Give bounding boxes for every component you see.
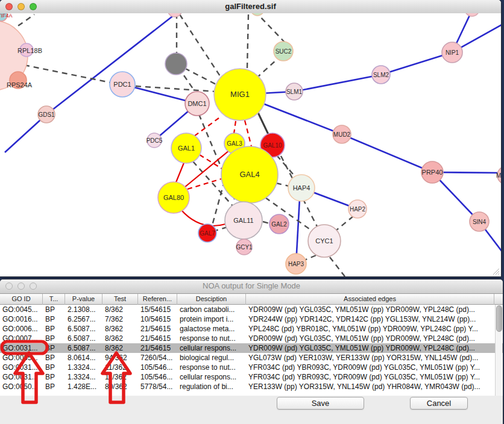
column-header-referen[interactable]: Referen... xyxy=(138,294,177,305)
table-cell: GO:0007... xyxy=(0,334,43,343)
table-row[interactable]: GO:0031...BP1.3324...11/362105/546...cel… xyxy=(0,372,503,382)
node-label-GAL3: GAL3 xyxy=(227,140,242,147)
edge-red[interactable] xyxy=(175,161,184,184)
edge-dash[interactable] xyxy=(276,183,289,186)
column-header-go-id[interactable]: GO ID xyxy=(0,294,43,305)
edge-blue[interactable] xyxy=(381,52,452,75)
column-header-test[interactable]: Test xyxy=(102,294,138,305)
table-cell: BP xyxy=(43,334,65,343)
node-label-GCY1: GCY1 xyxy=(236,244,253,251)
table-row[interactable]: GO:0031...BP1.3324...11/362105/546...res… xyxy=(0,363,503,372)
edge-reddash[interactable] xyxy=(234,121,236,134)
edge-dash[interactable] xyxy=(215,227,227,231)
table-cell: YFR034C (pd) YBR093C, YDR009W (pd) YGL03… xyxy=(246,372,494,382)
edge-dash[interactable] xyxy=(263,222,269,223)
table-cell: 6.5087... xyxy=(65,324,102,334)
table-cell: regulation of bi... xyxy=(177,382,246,391)
table-row[interactable]: GO:0007...BP6.5087...8/36221/54615respon… xyxy=(0,334,503,343)
vertical-scrollbar[interactable] xyxy=(495,305,502,396)
column-header-t[interactable]: T... xyxy=(43,294,65,305)
scrollbar-thumb[interactable] xyxy=(496,305,502,332)
edge-blue[interactable] xyxy=(342,134,432,172)
table-cell: 105/546... xyxy=(138,372,177,382)
node-topgreen[interactable] xyxy=(251,13,264,16)
table-cell: BP xyxy=(43,382,65,391)
edge-red[interactable] xyxy=(181,210,225,226)
table-cell: YDR244W (pp) YDR142C, YDR142C (pp) YGL15… xyxy=(246,314,494,324)
node-toppink[interactable] xyxy=(168,13,182,17)
table-cell: protein import i... xyxy=(177,314,246,324)
table-cell: BP xyxy=(43,314,65,324)
column-header-desciption[interactable]: Desciption xyxy=(177,294,246,305)
table-cell: BP xyxy=(43,305,65,314)
table-cell: 1.3324... xyxy=(65,363,102,372)
table-cell: cellular respons... xyxy=(177,343,246,353)
results-table-header: GO IDT...P-valueTestReferen...Desciption… xyxy=(0,294,503,305)
table-row[interactable]: GO:0006...BP6.5087...8/36221/54615galact… xyxy=(0,324,503,334)
table-cell: 11/362 xyxy=(102,372,138,382)
edge-dash[interactable] xyxy=(247,14,248,68)
table-cell: 105/546... xyxy=(138,363,177,372)
node-label-GDS1: GDS1 xyxy=(38,111,55,118)
edge-dark[interactable] xyxy=(257,111,269,137)
table-cell: 21/54615 xyxy=(138,324,177,334)
table-row[interactable]: GO:0016...BP6.2567...7/36210/54615protei… xyxy=(0,314,503,324)
table-cell: 94/362 xyxy=(102,353,138,363)
table-cell: GO:0016... xyxy=(0,314,43,324)
node-toprightpink[interactable] xyxy=(465,13,479,16)
node-label-PDC5: PDC5 xyxy=(146,137,163,144)
table-cell: 15/54615 xyxy=(138,305,177,314)
node-label-tif: TIF4A xyxy=(0,13,13,19)
table-cell: YDR009W (pd) YGL035C, YML051W (pp) YDR00… xyxy=(246,343,494,353)
table-cell: GO:0031... xyxy=(0,343,43,353)
table-cell: 1.428E... xyxy=(65,382,102,391)
edge-dash[interactable] xyxy=(304,255,316,260)
table-cell: GO:0045... xyxy=(0,305,43,314)
table-cell: 2.1308... xyxy=(65,305,102,314)
node-label-NIP1: NIP1 xyxy=(446,49,459,56)
table-cell: 8/362 xyxy=(102,343,138,353)
edge-dash[interactable] xyxy=(256,60,277,78)
graph-window-title: galFiltered.sif xyxy=(0,2,501,11)
table-cell: BP xyxy=(43,324,65,334)
table-cell: 6.5087... xyxy=(65,343,102,353)
edge-reddash[interactable] xyxy=(245,120,251,146)
table-cell: 6.2567... xyxy=(65,314,102,324)
table-row[interactable]: GO:0045...BP2.1308...8/36215/54615carbon… xyxy=(0,305,503,314)
table-cell: 21/54615 xyxy=(138,334,177,343)
noa-window-title: NOA output for Single Mode xyxy=(0,281,503,290)
table-cell: 6.5087... xyxy=(65,334,102,343)
resize-grip-icon[interactable] xyxy=(491,267,500,275)
column-header-associated-edges[interactable]: Associated edges xyxy=(246,294,494,305)
edge-dash[interactable] xyxy=(330,257,345,276)
table-cell: response to nut... xyxy=(177,334,246,343)
node-label-PRP40: PRP40 xyxy=(422,169,443,176)
node-graynode[interactable] xyxy=(165,53,187,75)
table-cell: GO:0006... xyxy=(0,324,43,334)
node-label-SIN4: SIN4 xyxy=(473,219,487,225)
table-row[interactable]: GO:0031...BP6.5087...8/36221/54615cellul… xyxy=(0,343,503,353)
node-label-GAL11: GAL11 xyxy=(233,217,253,224)
column-header-p-value[interactable]: P-value xyxy=(65,294,102,305)
table-cell: response to nut... xyxy=(177,363,246,372)
noa-window-titlebar[interactable]: NOA output for Single Mode xyxy=(0,279,503,294)
table-row[interactable]: GO:0050...BP1.428E...80/3625778/54...reg… xyxy=(0,382,503,391)
edge-blue[interactable] xyxy=(294,75,381,92)
network-canvas[interactable]: TIF4ARPL18BRPS24AGDS1PDC1DMC1MIG1SUC2SLM… xyxy=(0,13,501,276)
node-label-MSL1: MSL1 xyxy=(496,172,501,179)
table-cell: YDR009W (pd) YGL035C, YML051W (pp) YDR00… xyxy=(246,334,494,343)
noa-output-window: NOA output for Single Mode GO IDT...P-va… xyxy=(0,279,503,424)
table-cell: YER133W (pp) YOR315W, YNL145W (pd) YHR08… xyxy=(246,382,494,391)
table-row[interactable]: GO:0065...BP8.0614...94/3627260/54...bio… xyxy=(0,353,503,363)
edge-dash[interactable] xyxy=(180,14,225,84)
table-cell: 7/362 xyxy=(102,314,138,324)
table-cell: 8/362 xyxy=(102,334,138,343)
edge-dash[interactable] xyxy=(258,14,285,43)
save-button[interactable]: Save xyxy=(277,397,364,410)
graph-window-titlebar[interactable]: galFiltered.sif xyxy=(0,0,501,14)
table-cell: biological regul... xyxy=(177,353,246,363)
cancel-button[interactable]: Cancel xyxy=(410,397,468,410)
node-label-HAP4: HAP4 xyxy=(293,184,310,192)
table-cell: YFR034C (pd) YBR093C, YDR009W (pd) YGL03… xyxy=(246,363,494,372)
edge-blue[interactable] xyxy=(46,14,175,114)
